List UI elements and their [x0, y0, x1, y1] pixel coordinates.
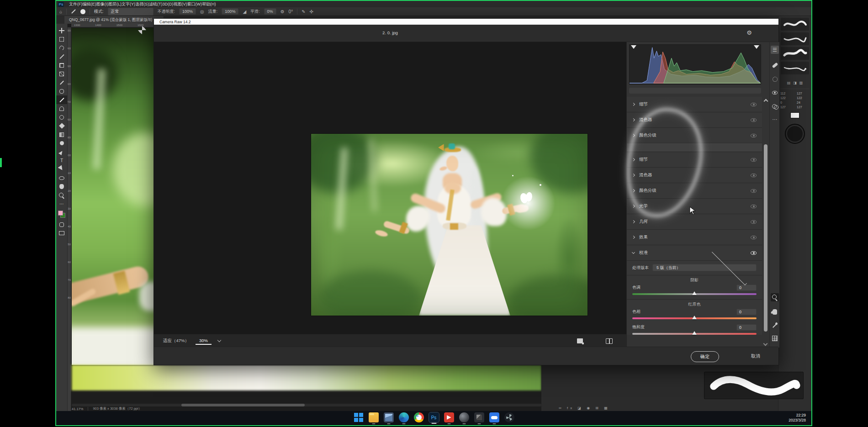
brush-angle-value[interactable]: 0°: [289, 9, 293, 14]
brush-preview-tile[interactable]: [781, 47, 809, 60]
section-row[interactable]: 混色器: [627, 168, 762, 183]
color-wheel[interactable]: [785, 124, 805, 144]
section-row[interactable]: 颜色分级: [627, 183, 762, 199]
clone-stamp-tool[interactable]: [56, 104, 67, 113]
eye-icon[interactable]: [751, 189, 757, 193]
history-brush-tool[interactable]: [56, 113, 67, 121]
section-calibration-header[interactable]: 校准: [627, 245, 762, 261]
brush-preview-tile[interactable]: [781, 62, 809, 74]
process-version-select[interactable]: 5 版（当前）: [652, 264, 757, 271]
edit-tool-icon[interactable]: ☰: [771, 46, 779, 54]
edge-browser-icon[interactable]: [399, 412, 409, 422]
shape-tool[interactable]: [56, 174, 67, 182]
frame-tool[interactable]: [56, 69, 67, 78]
zoom-percentage[interactable]: 41.17%: [72, 407, 83, 411]
smoothing-gear-icon[interactable]: ⚙: [281, 9, 285, 14]
smooth-value[interactable]: 0%: [264, 8, 276, 15]
eye-icon[interactable]: [751, 220, 757, 224]
quick-selection-tool[interactable]: [56, 52, 67, 61]
eye-icon[interactable]: [751, 103, 757, 106]
grid-overlay-icon[interactable]: [771, 334, 779, 343]
section-row[interactable]: 光学: [627, 199, 762, 214]
pen-tool[interactable]: [56, 148, 67, 156]
tint-value[interactable]: 0: [736, 285, 757, 291]
section-row[interactable]: 细节: [627, 97, 762, 112]
hand-tool-icon[interactable]: [771, 308, 779, 316]
histogram[interactable]: [629, 44, 761, 84]
menu-item[interactable]: 编辑(E): [83, 2, 96, 6]
settings-gear-icon[interactable]: ⚙: [746, 29, 752, 36]
hand-tool[interactable]: [56, 182, 67, 191]
sampler-tool-icon[interactable]: [771, 322, 779, 330]
menu-item[interactable]: 图层(L): [108, 2, 122, 6]
masking-tool-icon[interactable]: [771, 75, 779, 83]
more-options-icon[interactable]: ⋯: [771, 115, 779, 123]
eraser-tool[interactable]: [56, 121, 67, 130]
menu-item[interactable]: 文字(Y): [122, 2, 135, 6]
home-icon[interactable]: ⌂: [59, 9, 62, 14]
taskbar-clock[interactable]: 22:29 2023/3/28: [789, 413, 806, 423]
zoom-level-value[interactable]: 30%: [196, 337, 212, 345]
fan-utility-icon[interactable]: [504, 412, 514, 422]
hue-slider[interactable]: [632, 317, 757, 319]
menu-item[interactable]: 文件(F): [69, 2, 83, 6]
toolbar-more-icon[interactable]: ⋯: [56, 200, 67, 208]
red-eye-tool-icon[interactable]: [771, 89, 779, 97]
brush-preview-tile[interactable]: [781, 18, 809, 31]
hue-value[interactable]: 0: [736, 309, 757, 315]
slider-thumb[interactable]: [692, 291, 697, 295]
slider-thumb[interactable]: [692, 331, 697, 335]
eye-icon[interactable]: [751, 118, 757, 122]
eye-icon[interactable]: [751, 134, 757, 137]
menu-item[interactable]: 选择(S): [135, 2, 149, 6]
section-row[interactable]: 混色器: [627, 112, 762, 128]
brush-preview-tile[interactable]: [781, 32, 809, 45]
healing-brush-tool[interactable]: [56, 87, 67, 95]
pressure-opacity-icon[interactable]: ◎: [200, 9, 204, 14]
menu-item[interactable]: 3D(D): [163, 2, 174, 6]
eye-icon[interactable]: [751, 236, 757, 239]
camera-raw-titlebar[interactable]: Camera Raw 14.2: [154, 19, 778, 25]
presets-icon[interactable]: [771, 102, 779, 111]
media-app-icon[interactable]: [444, 412, 454, 422]
preview-toggle-icon[interactable]: [577, 338, 583, 343]
zoom-tool[interactable]: [56, 191, 67, 200]
dodge-tool[interactable]: [56, 139, 67, 148]
zoom-tool-icon[interactable]: [771, 293, 779, 301]
brush-tool[interactable]: [56, 95, 67, 104]
eye-icon[interactable]: [751, 174, 757, 177]
sphere-app-icon[interactable]: [459, 412, 469, 422]
section-row[interactable]: 颜色分级: [627, 128, 762, 143]
start-button[interactable]: [354, 412, 364, 422]
eye-icon[interactable]: [751, 158, 757, 162]
before-after-icon[interactable]: [606, 338, 613, 344]
saturation-slider[interactable]: [632, 333, 757, 335]
color-swatches[interactable]: [56, 208, 67, 220]
zoom-dropdown-icon[interactable]: [217, 338, 221, 342]
photos-app-icon[interactable]: [384, 412, 394, 422]
section-row[interactable]: 细节: [627, 152, 762, 168]
saturation-value[interactable]: 0: [736, 324, 757, 331]
screen-mode-button[interactable]: [56, 229, 67, 237]
gradient-tool[interactable]: [56, 130, 67, 139]
section-row[interactable]: 几何: [627, 214, 762, 230]
opacity-value[interactable]: 100%: [179, 8, 196, 15]
lasso-tool[interactable]: [56, 43, 67, 52]
chrome-browser-icon[interactable]: [414, 412, 424, 422]
scroll-down-icon[interactable]: [763, 342, 768, 346]
menu-item[interactable]: 窗口(W): [187, 2, 202, 6]
pressure-size-icon[interactable]: ✎: [302, 9, 305, 14]
color-swatch[interactable]: [790, 112, 799, 118]
healing-tool-icon[interactable]: [771, 61, 779, 69]
menu-item[interactable]: 滤镜(T): [149, 2, 163, 6]
path-select-tool[interactable]: [56, 165, 67, 174]
scrollbar-thumb[interactable]: [764, 144, 767, 332]
document-tab[interactable]: QNQ_0677.jpg @ 41% (混合蒙版 1, 图层蒙版/8) * ×: [64, 16, 164, 24]
move-tool[interactable]: [56, 26, 67, 35]
type-tool[interactable]: T: [56, 156, 67, 165]
airbrush-icon[interactable]: ◢: [243, 9, 246, 14]
brush-preset-picker[interactable]: [80, 9, 85, 14]
tint-slider[interactable]: [632, 293, 757, 295]
menu-item[interactable]: 视图(V): [174, 2, 187, 6]
eyedropper-tool[interactable]: [56, 78, 67, 87]
